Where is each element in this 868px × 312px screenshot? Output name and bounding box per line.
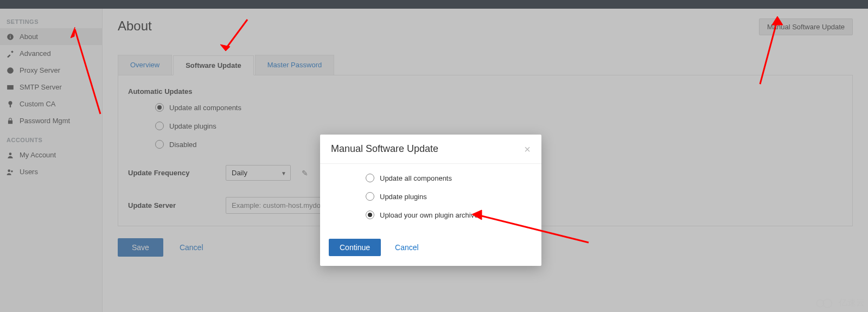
modal-title: Manual Software Update xyxy=(331,143,438,155)
modal-cancel-button[interactable]: Cancel xyxy=(395,243,419,252)
svg-point-19 xyxy=(816,300,824,307)
modal-radio-upload-archive[interactable]: Upload your own plugin archive xyxy=(366,211,528,219)
modal-radio-update-plugins[interactable]: Update plugins xyxy=(366,192,528,201)
radio-label: Update plugins xyxy=(380,193,427,201)
modal-body: Update all components Update plugins Upl… xyxy=(320,164,541,233)
radio-icon xyxy=(366,174,374,182)
radio-icon xyxy=(366,211,374,219)
manual-software-update-modal: Manual Software Update × Update all comp… xyxy=(320,135,541,266)
modal-radio-update-all[interactable]: Update all components xyxy=(366,174,528,182)
modal-footer: Continue Cancel xyxy=(320,233,541,266)
radio-label: Upload your own plugin archive xyxy=(380,211,478,219)
watermark: 亿速云 xyxy=(815,297,865,309)
modal-header: Manual Software Update × xyxy=(320,135,541,164)
close-icon[interactable]: × xyxy=(524,144,531,155)
watermark-text: 亿速云 xyxy=(839,297,865,309)
continue-button[interactable]: Continue xyxy=(329,239,381,256)
radio-label: Update all components xyxy=(380,174,452,182)
svg-point-20 xyxy=(823,299,832,308)
radio-icon xyxy=(366,192,374,201)
